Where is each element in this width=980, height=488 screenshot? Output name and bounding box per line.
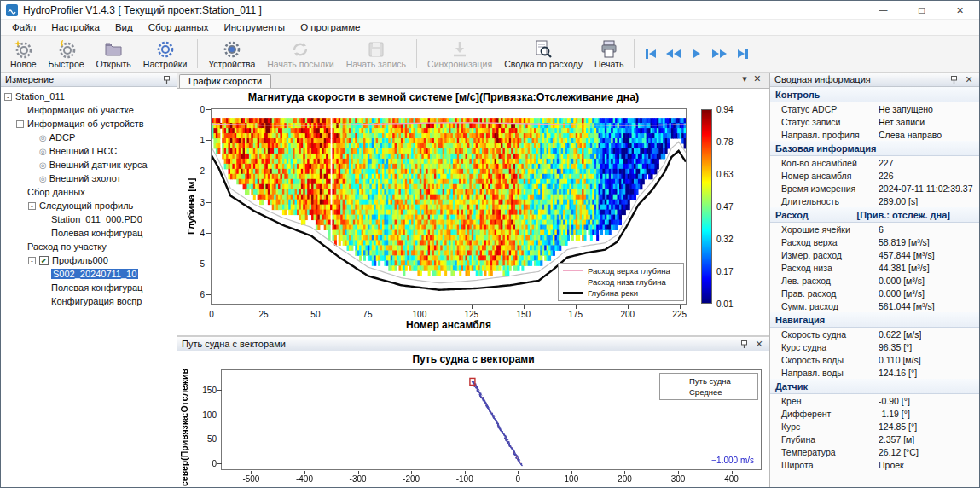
app-icon [6,4,18,16]
tree-item-label: Station_011 [15,91,65,102]
summary-row: Кол-во ансамблей227 [770,156,979,169]
close-icon[interactable] [941,1,979,19]
discharge-summary-icon [534,40,553,59]
menu-item[interactable]: Файл [4,22,43,32]
tree-expander-icon[interactable]: - [4,93,12,101]
minimize-icon[interactable] [864,1,902,19]
maximize-icon[interactable] [902,1,941,19]
tick-mark [206,171,211,171]
tree-item[interactable]: Полевая конфигурац [1,281,177,294]
tick-label: 125 [464,310,478,319]
tree-item[interactable]: Полевая конфигурац [1,226,177,240]
pin-icon[interactable] [160,75,172,84]
tree-item[interactable]: Station_011_000.PD0 [1,212,177,226]
tree-item[interactable]: S002_20240711_10 [1,267,177,281]
summary-label: Длительность [770,196,879,206]
tree-item[interactable]: ◎Внешний датчик курса [1,158,177,171]
track-panel: Путь судна с векторами Путь судна с вект… [177,337,769,488]
tab-velocity-graph[interactable]: График скорости [179,74,271,88]
tree-expander-icon[interactable]: - [16,120,24,128]
summary-row: Скорость воды0.110 [м/s] [770,353,979,366]
tree-item[interactable]: -Station_011 [1,90,177,103]
tick-mark [316,305,316,309]
open-icon [104,40,123,59]
summary-row: Хорошие ячейки6 [770,223,979,235]
menu-item[interactable]: Инструменты [216,22,293,32]
tick-label: -500 [242,474,259,484]
summary-value: 226 [879,171,894,181]
summary-panel-header: Сводная информация [770,73,979,87]
tree-item[interactable]: -Информация об устройств [1,117,177,131]
tree-item[interactable]: ◎Внешний эхолот [1,171,177,185]
pin-icon[interactable] [738,340,750,349]
tree-item[interactable]: ◎ADCP [1,131,177,144]
summary-label: Кол-во ансамблей [770,158,879,168]
summary-section-header: Расход[Прив.: отслеж. дна] [770,207,979,223]
summary-content: КонтрольСтатус ADCPНе запущеноСтатус зап… [770,87,979,488]
summary-value: Нет записи [879,117,925,127]
colorbar-tick-label: 0.17 [716,267,733,276]
fast-forward-button[interactable] [708,43,731,65]
tick-label: 0 [209,310,214,319]
velocity-xlabel: Номер ансамбля [212,319,686,331]
tree-expander-icon[interactable]: - [28,202,36,210]
window-title: HydroProfiler V1.4.3 [ Текущий проект:St… [23,4,262,16]
close-panel-icon[interactable] [753,337,765,351]
summary-row: Направл. воды124.16 [°] [770,366,979,379]
skip-end-button[interactable] [731,43,754,65]
tick-label: -400 [296,474,313,484]
summary-row: Время измерения2024-07-11 11:02:39.37 [770,182,979,195]
track-panel-header: Путь судна с векторами [177,337,769,351]
legend-line-swatch [664,381,685,381]
rewind-button[interactable] [662,43,685,65]
colorbar-tick-label: 0.94 [716,105,733,114]
devices-button[interactable]: Устройства [202,37,261,72]
section-title: Контроль [775,90,820,100]
track-ylabel: север(Привязка:Отслежив [179,351,189,486]
tick-label: -100 [456,474,473,484]
tick-label: 0 [516,474,521,484]
tree-item[interactable]: -✔Профиль000 [1,253,177,267]
skip-start-icon [646,49,648,59]
close-panel-icon[interactable] [754,72,761,85]
tick-label: 175 [568,310,583,319]
settings-button[interactable]: Настройки [137,37,194,72]
discharge-summary-button[interactable]: Сводка по расходу [498,37,589,72]
summary-value: 96.35 [°] [879,342,912,352]
new-button[interactable]: Новое [4,37,43,72]
tree-item[interactable]: Расход по участку [1,240,177,253]
menu-item[interactable]: Вид [107,22,141,32]
open-button[interactable]: Открыть [90,37,137,72]
close-panel-icon[interactable] [963,73,975,86]
section-title: Навигация [775,315,825,325]
pin-icon[interactable] [948,75,960,84]
tree-item[interactable]: -Следующий профиль [1,199,177,212]
colorbar-tick-label: 0.63 [716,170,733,179]
tick-mark [420,305,420,309]
summary-label: Прав. расход [770,288,879,299]
tree-item[interactable]: Сбор данных [1,185,177,199]
summary-label: Измер. расход [770,250,879,260]
tree-expander-icon[interactable]: - [28,257,36,264]
tick-mark [206,109,211,110]
summary-label: Широта [770,460,879,470]
menu-item[interactable]: Сбор данных [141,22,217,32]
start-record-button: Начать запись [340,37,412,72]
play-button[interactable] [685,43,708,65]
tree-item-label: Сбор данных [27,187,85,197]
tree-item[interactable]: Конфигурация воспр [1,294,177,308]
tree-item[interactable]: ◎Внешний ГНСС [1,144,177,158]
section-title: Расход [775,210,809,220]
skip-end-icon [738,49,745,58]
tree-item[interactable]: Информация об участке [1,103,177,117]
menu-item[interactable]: Настройка [43,22,107,32]
menu-item[interactable]: О программе [293,22,368,32]
tree-item-label: Полевая конфигурац [51,282,142,293]
chevron-down-icon[interactable] [742,73,747,84]
quick-button[interactable]: Быстрое [43,37,90,72]
print-button[interactable]: Печать [589,37,629,72]
checkbox-icon[interactable]: ✔ [39,256,49,265]
skip-start-button[interactable] [639,43,662,65]
summary-label: Глубина [770,434,879,444]
tick-mark [206,140,211,141]
